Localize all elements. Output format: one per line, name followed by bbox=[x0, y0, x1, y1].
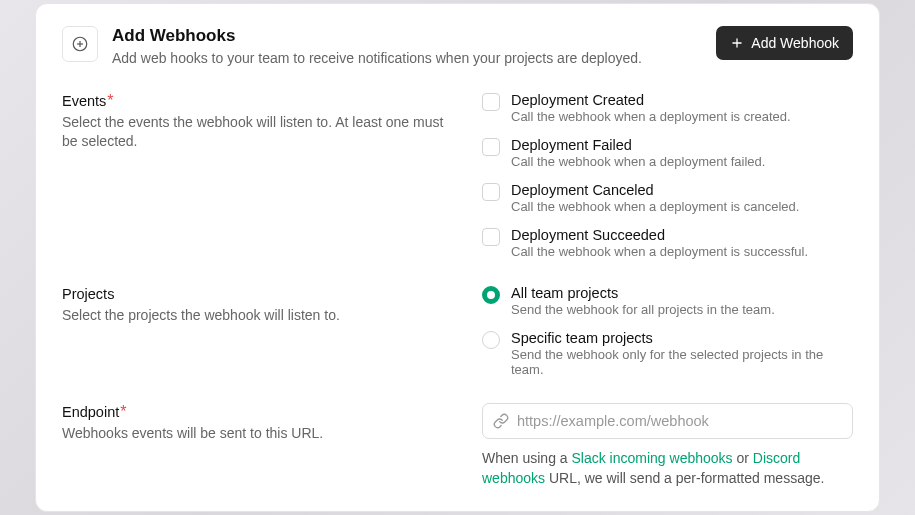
slack-webhooks-link[interactable]: Slack incoming webhooks bbox=[572, 450, 733, 466]
projects-section: Projects Select the projects the webhook… bbox=[62, 285, 853, 377]
option-label: Deployment Failed bbox=[511, 137, 765, 153]
checkbox[interactable] bbox=[482, 138, 500, 156]
event-option-deployment-succeeded[interactable]: Deployment Succeeded Call the webhook wh… bbox=[482, 227, 853, 259]
card-header: Add Webhooks Add web hooks to your team … bbox=[62, 26, 853, 66]
option-label: Deployment Succeeded bbox=[511, 227, 808, 243]
option-desc: Call the webhook when a deployment faile… bbox=[511, 154, 765, 169]
projects-description: Select the projects the webhook will lis… bbox=[62, 306, 462, 325]
required-marker: * bbox=[120, 403, 126, 420]
events-description: Select the events the webhook will liste… bbox=[62, 113, 462, 151]
option-label: Specific team projects bbox=[511, 330, 853, 346]
hint-text: or bbox=[733, 450, 753, 466]
plus-icon bbox=[730, 36, 744, 50]
events-label: Events bbox=[62, 93, 106, 109]
option-label: All team projects bbox=[511, 285, 775, 301]
projects-options: All team projects Send the webhook for a… bbox=[482, 285, 853, 377]
option-desc: Call the webhook when a deployment is ca… bbox=[511, 199, 799, 214]
radio[interactable] bbox=[482, 331, 500, 349]
endpoint-input-wrap bbox=[482, 403, 853, 439]
option-desc: Call the webhook when a deployment is su… bbox=[511, 244, 808, 259]
link-icon bbox=[493, 413, 509, 429]
plus-circle-icon bbox=[62, 26, 98, 62]
option-desc: Send the webhook for all projects in the… bbox=[511, 302, 775, 317]
option-label: Deployment Created bbox=[511, 92, 791, 108]
option-label: Deployment Canceled bbox=[511, 182, 799, 198]
option-desc: Call the webhook when a deployment is cr… bbox=[511, 109, 791, 124]
card-subtitle: Add web hooks to your team to receive no… bbox=[112, 50, 702, 66]
events-options: Deployment Created Call the webhook when… bbox=[482, 92, 853, 259]
card-title: Add Webhooks bbox=[112, 26, 702, 46]
webhooks-card: Add Webhooks Add web hooks to your team … bbox=[35, 3, 880, 511]
hint-text: When using a bbox=[482, 450, 572, 466]
endpoint-label: Endpoint bbox=[62, 404, 119, 420]
endpoint-description: Webhooks events will be sent to this URL… bbox=[62, 424, 462, 443]
add-webhook-label: Add Webhook bbox=[751, 35, 839, 51]
radio[interactable] bbox=[482, 286, 500, 304]
checkbox[interactable] bbox=[482, 228, 500, 246]
endpoint-hint: When using a Slack incoming webhooks or … bbox=[482, 449, 853, 488]
event-option-deployment-created[interactable]: Deployment Created Call the webhook when… bbox=[482, 92, 853, 124]
events-section: Events* Select the events the webhook wi… bbox=[62, 92, 853, 259]
projects-label: Projects bbox=[62, 286, 114, 302]
hint-text: URL, we will send a per-formatted messag… bbox=[545, 470, 824, 486]
checkbox[interactable] bbox=[482, 183, 500, 201]
option-desc: Send the webhook only for the selected p… bbox=[511, 347, 853, 377]
project-option-all[interactable]: All team projects Send the webhook for a… bbox=[482, 285, 853, 317]
checkbox[interactable] bbox=[482, 93, 500, 111]
project-option-specific[interactable]: Specific team projects Send the webhook … bbox=[482, 330, 853, 377]
event-option-deployment-canceled[interactable]: Deployment Canceled Call the webhook whe… bbox=[482, 182, 853, 214]
endpoint-section: Endpoint* Webhooks events will be sent t… bbox=[62, 403, 853, 488]
required-marker: * bbox=[107, 92, 113, 109]
add-webhook-button[interactable]: Add Webhook bbox=[716, 26, 853, 60]
event-option-deployment-failed[interactable]: Deployment Failed Call the webhook when … bbox=[482, 137, 853, 169]
endpoint-url-input[interactable] bbox=[482, 403, 853, 439]
